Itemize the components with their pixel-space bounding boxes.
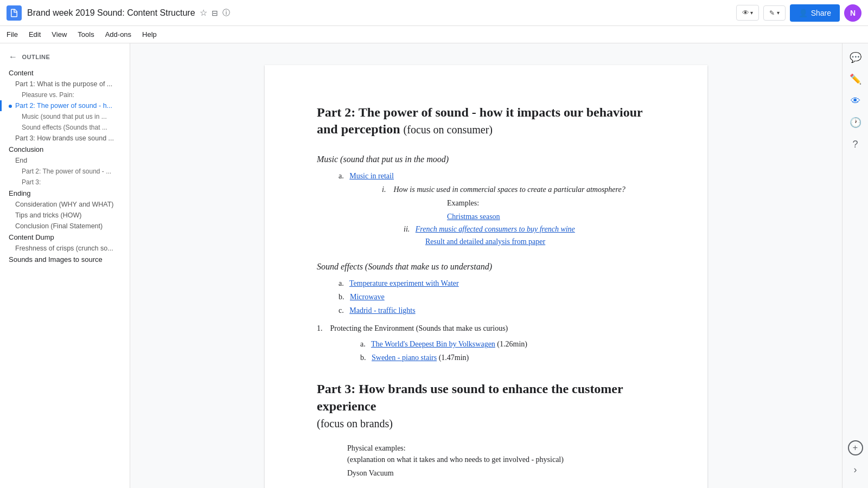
view-dropdown-arrow: ▾: [750, 10, 753, 16]
dyson-label: Dyson Vacuum: [347, 467, 655, 479]
back-arrow[interactable]: ←: [9, 52, 18, 62]
document-title: Brand week 2019 Sound: Content Structure: [27, 8, 195, 18]
piano-stairs-link[interactable]: Sweden - piano stairs: [372, 354, 437, 362]
view-button[interactable]: 👁 ▾: [736, 5, 759, 21]
question-icon[interactable]: ?: [846, 134, 865, 154]
active-dot: [9, 105, 12, 108]
volkswagen-duration: (1.26min): [497, 340, 527, 348]
sidebar-item-part2[interactable]: Part 2: The power of sound - h...: [0, 100, 130, 111]
sidebar-item-sounds-images[interactable]: Sounds and Images to source: [0, 254, 130, 265]
part2-heading: Part 2: The power of sound - how it impa…: [317, 104, 655, 138]
french-music-item: ii. French music affected consumers to b…: [382, 223, 655, 235]
sidebar-item-part3b[interactable]: Part 3:: [0, 177, 130, 188]
app-logo: [7, 5, 22, 21]
folder-icon[interactable]: ⊟: [212, 9, 218, 17]
share-label: Share: [811, 9, 831, 17]
sound-effects-heading: Sound effects (Sounds that make us to un…: [317, 260, 655, 273]
doc-area: Part 2: The power of sound - how it impa…: [130, 43, 842, 488]
share-button[interactable]: 👤 Share: [790, 4, 840, 22]
sidebar-item-content[interactable]: Content: [0, 67, 130, 79]
editing-button[interactable]: ✎ ▾: [763, 5, 786, 21]
outline-section: Content Part 1: What is the purpose of .…: [0, 66, 130, 266]
sound-b-letter: b.: [339, 293, 348, 301]
music-list: a. Music in retail i. How is music used …: [317, 170, 655, 247]
christmas-link: Christmas season: [447, 211, 655, 222]
volkswagen-item: a. The World's Deepest Bin by Volkswagen…: [360, 338, 655, 350]
christmas-season-link[interactable]: Christmas season: [447, 213, 500, 221]
eye-side-icon[interactable]: 👁: [846, 91, 865, 111]
madrid-link[interactable]: Madrid - traffic lights: [349, 306, 415, 314]
piano-stairs-item: b. Sweden - piano stairs (1.47min): [360, 352, 655, 363]
music-retail-item: a. Music in retail: [339, 170, 655, 182]
sidebar-item-tips[interactable]: Tips and tricks (HOW): [0, 210, 130, 221]
sidebar-item-sound-effects[interactable]: Sound effects (Sounds that ...: [0, 122, 130, 133]
roman-ii: ii.: [404, 225, 413, 233]
microwave-link[interactable]: Microwave: [350, 293, 385, 301]
sound-a-letter: a.: [339, 279, 348, 287]
menu-tools[interactable]: Tools: [73, 28, 98, 41]
sound-effects-section: Sound effects (Sounds that make us to un…: [317, 260, 655, 363]
editing-dropdown-arrow: ▾: [777, 10, 780, 16]
french-music-link[interactable]: French music affected consumers to buy f…: [416, 225, 575, 233]
protect-env-text: Protecting the Environment (Sounds that …: [330, 324, 508, 332]
temperature-item: a. Temperature experiment with Water: [339, 278, 655, 289]
sidebar-item-part1[interactable]: Part 1: What is the purpose of ...: [0, 79, 130, 89]
doc-page: Part 2: The power of sound - how it impa…: [265, 65, 707, 488]
pencil-icon: ✎: [769, 9, 775, 17]
sidebar-item-part3[interactable]: Part 3: How brands use sound ...: [0, 133, 130, 144]
sidebar-item-pleasure[interactable]: Pleasure vs. Pain:: [0, 89, 130, 100]
star-icon[interactable]: ☆: [200, 8, 207, 18]
sidebar-item-conclusion-final[interactable]: Conclusion (Final Statement): [0, 221, 130, 232]
outline-label: OUTLINE: [22, 54, 50, 60]
expand-icon-bottom[interactable]: +: [846, 438, 865, 458]
sound-effects-list: a. Temperature experiment with Water b. …: [317, 278, 655, 316]
sidebar-item-content-dump[interactable]: Content Dump: [0, 232, 130, 243]
music-retail-link[interactable]: Music in retail: [349, 172, 394, 180]
sidebar-item-ending[interactable]: Ending: [0, 188, 130, 199]
volkswagen-link[interactable]: The World's Deepest Bin by Volkswagen: [371, 340, 495, 348]
collapse-arrow[interactable]: ›: [846, 460, 865, 479]
chevron-right-icon[interactable]: ›: [846, 460, 865, 479]
madrid-item: c. Madrid - traffic lights: [339, 305, 655, 316]
sidebar-item-freshness[interactable]: Freshness of crisps (crunch so...: [0, 243, 130, 254]
part3-heading: Part 3: How brands use sound to enhance …: [317, 381, 655, 432]
plus-circle[interactable]: +: [848, 440, 863, 455]
eye-icon: 👁: [742, 9, 749, 17]
user-avatar[interactable]: N: [844, 4, 861, 22]
right-sidebar: 💬 ✏️ 👁 🕐 ? + ›: [842, 43, 868, 488]
piano-stairs-duration: (1.47min): [439, 354, 469, 362]
result-analysis-link[interactable]: Result and detailed analysis from paper: [425, 237, 545, 246]
main-area: ← OUTLINE Content Part 1: What is the pu…: [0, 43, 868, 488]
sidebar-item-music[interactable]: Music (sound that put us in ...: [0, 111, 130, 122]
protect-a-letter: a.: [360, 340, 369, 348]
how-music-item: i. How is music used in commercial space…: [382, 184, 655, 195]
menu-addons[interactable]: Add-ons: [101, 28, 136, 41]
chat-icon[interactable]: 💬: [846, 48, 865, 67]
examples-label: Examples:: [447, 197, 655, 209]
topbar: Brand week 2019 Sound: Content Structure…: [0, 0, 868, 26]
sidebar-item-consideration[interactable]: Consideration (WHY and WHAT): [0, 199, 130, 210]
menu-edit[interactable]: Edit: [24, 28, 45, 41]
physical-examples-section: Physical examples: (explanation on what …: [317, 442, 655, 479]
sidebar-item-conclusion[interactable]: Conclusion: [0, 144, 130, 155]
clock-icon[interactable]: 🕐: [846, 113, 865, 132]
topbar-right: 👁 ▾ ✎ ▾ 👤 Share N: [736, 4, 861, 22]
physical-examples-label: Physical examples:: [347, 442, 655, 454]
microwave-item: b. Microwave: [339, 291, 655, 303]
menu-view[interactable]: View: [47, 28, 71, 41]
sound-c-letter: c.: [339, 306, 348, 314]
protect-env-section: 1. Protecting the Environment (Sounds th…: [317, 323, 655, 363]
menu-file[interactable]: File: [2, 28, 22, 41]
sidebar-item-part2b[interactable]: Part 2: The power of sound - ...: [0, 166, 130, 177]
sidebar-header: ← OUTLINE: [0, 50, 130, 66]
pencil-side-icon[interactable]: ✏️: [846, 69, 865, 89]
protect-b-letter: b.: [360, 354, 370, 362]
info-icon[interactable]: ⓘ: [222, 8, 230, 18]
examples-section: Examples: Christmas season: [382, 197, 655, 222]
music-section: Music (sound that put us in the mood) a.…: [317, 153, 655, 247]
menu-help[interactable]: Help: [138, 28, 161, 41]
temperature-link[interactable]: Temperature experiment with Water: [349, 279, 459, 287]
sidebar-item-end[interactable]: End: [0, 155, 130, 166]
music-retail-letter: a.: [339, 172, 348, 180]
protect-env-sublist: a. The World's Deepest Bin by Volkswagen…: [317, 338, 655, 363]
